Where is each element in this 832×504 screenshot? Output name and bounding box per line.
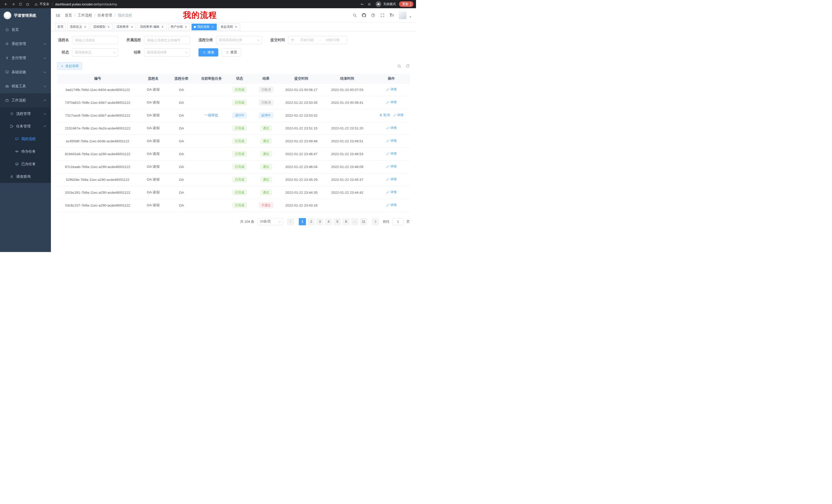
tab-home[interactable]: 首页 [55,24,66,30]
back-button[interactable] [3,1,9,7]
font-size-icon[interactable]: TT [390,13,394,18]
sidebar-item-todo-tasks[interactable]: 待办任务 [0,145,51,158]
action-detail-link[interactable]: 详情 [386,203,396,207]
action-cancel-link[interactable]: 取消 [379,113,390,117]
search-button[interactable]: 搜索 [199,48,218,57]
tab-close-icon[interactable]: × [130,25,134,29]
page-number-4[interactable]: 4 [325,218,332,225]
sidebar-item-label: 流程管理 [16,111,42,116]
action-detail-link[interactable]: 详情 [386,190,396,194]
check-icon [15,162,19,166]
action-label: 详情 [390,100,396,105]
process-definition-input[interactable] [144,36,190,44]
toggle-search-icon[interactable] [397,64,401,68]
search-icon[interactable] [353,13,357,18]
sidebar-item-my-process[interactable]: 我的流程 [0,133,51,145]
sidebar-collapse-icon[interactable] [55,13,61,18]
action-detail-link[interactable]: 详情 [386,151,396,156]
action-detail-link[interactable]: 详情 [386,164,396,169]
column-header: 操作 [373,74,410,83]
tab-start-process[interactable]: 发起流程× [218,24,240,30]
fullscreen-icon[interactable] [380,13,385,18]
tab-close-icon[interactable]: × [211,25,214,29]
avatar-caret-down-icon[interactable] [409,17,411,18]
help-icon[interactable] [371,13,375,18]
tab-close-icon[interactable]: × [161,25,164,29]
sidebar-item-process-management[interactable]: 流程管理 [0,107,51,120]
address-bar[interactable]: 不安全 dashboard.yudao.iocoder.cn/bpm/task/… [34,2,117,6]
tab-process-form-edit[interactable]: 流程表单-编辑× [137,24,166,30]
action-detail-link[interactable]: 详情 [386,100,396,105]
active-tab-dot-icon [194,26,196,28]
tab-label: 流程定义 [70,25,82,29]
tab-close-icon[interactable]: × [234,25,238,29]
sidebar-item-dev-tools[interactable]: 研发工具 [0,79,51,93]
sidebar-item-system[interactable]: 系统管理 [0,37,51,51]
forward-button[interactable] [10,1,17,7]
breadcrumb-item-task-management[interactable]: 任务管理 [98,13,112,18]
browser-menu-icon[interactable] [410,3,411,6]
tab-close-icon[interactable]: × [107,25,110,29]
breadcrumb-item-home[interactable]: 首页 [65,13,72,18]
tab-close-icon[interactable]: × [184,25,188,29]
tab-user-group[interactable]: 用户分组× [168,24,190,30]
category-placeholder: 请选择流程分类 [219,38,242,43]
action-label: 详情 [390,203,396,207]
page-number-2[interactable]: 2 [308,218,315,225]
page-number-6[interactable]: 6 [342,218,350,225]
user-avatar[interactable] [399,11,407,19]
goto-page-input[interactable] [393,218,404,225]
tab-process-model[interactable]: 流程模型× [91,24,113,30]
action-detail-link[interactable]: 详情 [386,87,396,92]
start-process-button[interactable]: 发起流程 [57,62,82,70]
status-select[interactable]: 请选择状态 [72,48,118,57]
action-detail-link[interactable]: 详情 [386,139,396,143]
current-task-link[interactable]: 一级审批 [204,113,218,117]
bookmark-button[interactable] [366,1,372,7]
tab-my-process[interactable]: 我的流程× [191,24,217,30]
action-detail-link[interactable]: 详情 [393,113,404,117]
sidebar-item-infrastructure[interactable]: 基础设施 [0,65,51,79]
category-select[interactable]: 请选择流程分类 [216,36,262,44]
action-detail-link[interactable]: 详情 [386,177,396,181]
result-cell: 不通过 [251,199,281,212]
password-key-button[interactable] [359,1,365,7]
sidebar-item-done-tasks[interactable]: 已办任务 [0,158,51,170]
sidebar-item-payment[interactable]: 支付管理 [0,51,51,65]
prev-page-button[interactable] [287,218,294,225]
process-name-input[interactable] [72,36,118,44]
submit-time-range-picker[interactable]: 开始日期 - 结束日期 [288,36,347,44]
page-number-5[interactable]: 5 [334,218,341,225]
tab-label: 流程表单-编辑 [140,25,159,29]
next-page-button[interactable] [372,218,379,225]
reload-button[interactable] [17,1,24,7]
page-number-3[interactable]: 3 [316,218,323,225]
tab-process-form[interactable]: 流程表单× [114,24,136,30]
page-ellipsis[interactable]: ··· [351,218,358,225]
sidebar-item-workflow[interactable]: 工作流程 [0,93,51,107]
breadcrumb-item-workflow[interactable]: 工作流程 [78,13,92,18]
page-size-select[interactable]: 10条/页 [257,218,283,225]
page-number-11[interactable]: 11 [360,218,367,225]
home-icon [5,28,9,32]
update-button[interactable]: 更新 [399,1,413,7]
status-label: 状态 [57,50,69,55]
sidebar-item-home[interactable]: 首页 [0,23,51,37]
sidebar-item-leave-query[interactable]: 请假查询 [0,170,51,183]
page-number-1[interactable]: 1 [299,218,306,225]
reset-button[interactable]: 重置 [222,48,241,57]
result-select[interactable]: 请选择流结果 [144,48,190,57]
app-logo[interactable]: 芋道管理系统 [0,8,51,23]
edit-icon [386,127,389,130]
status-badge: 已完成 [232,164,247,170]
forward-icon [11,2,15,6]
tab-close-icon[interactable]: × [83,25,87,29]
sidebar-item-task-management[interactable]: 任务管理 [0,120,51,133]
github-icon[interactable] [362,13,366,18]
browser-home-button[interactable] [24,1,31,7]
tab-process-definition[interactable]: 流程定义× [67,24,89,30]
action-detail-link[interactable]: 详情 [386,126,396,130]
refresh-icon[interactable] [406,64,410,68]
result-badge: 通过 [260,177,272,183]
process-id: 2152467e-7b9b-11ec-9a1b-acde48001122 [57,122,138,135]
